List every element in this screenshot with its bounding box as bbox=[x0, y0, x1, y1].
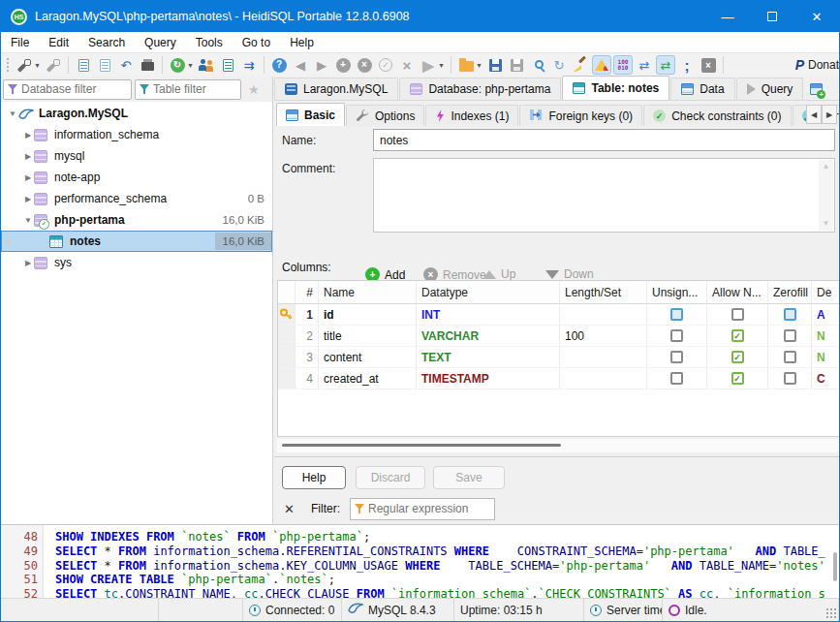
wrap-lines-icon[interactable]: ⇄ bbox=[635, 55, 654, 75]
menu-query[interactable]: Query bbox=[135, 32, 186, 52]
tree-item-Laragon.MySQL[interactable]: ▼Laragon.MySQL bbox=[1, 103, 272, 124]
tree-item-note-app[interactable]: ▶note-app bbox=[1, 167, 272, 188]
undo-icon[interactable]: ↶ bbox=[116, 55, 136, 75]
grid-header-name[interactable]: Name bbox=[319, 281, 417, 304]
allow-null-checkbox[interactable]: ✓ bbox=[731, 351, 744, 363]
warning-filter-icon[interactable] bbox=[592, 55, 611, 75]
new-query-tab-icon[interactable] bbox=[810, 83, 823, 95]
sql-log-scrollbar[interactable] bbox=[833, 552, 837, 581]
menu-edit[interactable]: Edit bbox=[39, 32, 78, 52]
reload-icon[interactable]: ↻ bbox=[549, 55, 569, 75]
menu-file[interactable]: File bbox=[1, 32, 39, 52]
table-name-input[interactable] bbox=[373, 129, 835, 151]
zerofill-checkbox[interactable] bbox=[784, 308, 796, 321]
tree-expander-icon[interactable]: ▶ bbox=[22, 195, 34, 203]
grid-cell[interactable] bbox=[560, 347, 647, 367]
columns-grid[interactable]: #NameDatatypeLength/SetUnsign...Allow N.… bbox=[277, 280, 839, 437]
save-button[interactable]: Save bbox=[433, 466, 505, 489]
grid-cell[interactable]: 2 bbox=[296, 326, 319, 346]
main-tab-database-php-pertama[interactable]: Database: php-pertama bbox=[399, 78, 561, 100]
search-icon[interactable] bbox=[528, 55, 547, 75]
binary-view-icon[interactable]: 100 010 bbox=[613, 55, 633, 75]
grid-cell[interactable]: TIMESTAMP bbox=[417, 368, 560, 389]
filter-field[interactable] bbox=[368, 502, 490, 515]
allow-null-checkbox[interactable]: ✓ bbox=[731, 329, 744, 342]
sub-tab-indexes-1-[interactable]: Indexes (1) bbox=[425, 105, 518, 126]
save-as-icon[interactable] bbox=[507, 55, 526, 75]
zerofill-checkbox[interactable] bbox=[784, 372, 796, 385]
sub-tab-check-constraints-0-[interactable]: ✓Check constraints (0) bbox=[643, 105, 791, 126]
open-file-icon-dropdown[interactable]: ▼ bbox=[476, 62, 483, 69]
grid-cell[interactable]: 4 bbox=[296, 368, 319, 389]
disconnect-icon[interactable] bbox=[44, 55, 63, 75]
move-up-button[interactable]: Up bbox=[482, 267, 515, 281]
tree-expander-icon[interactable]: ▶ bbox=[22, 259, 34, 267]
grid-cell[interactable]: TEXT bbox=[417, 347, 560, 367]
grid-cell[interactable]: created_at bbox=[319, 368, 417, 389]
unsigned-checkbox[interactable] bbox=[670, 308, 683, 321]
run-query-icon[interactable]: ▶ bbox=[419, 55, 438, 75]
tab-scroll-right-icon[interactable]: ▶ bbox=[822, 105, 837, 124]
help-button[interactable]: Help bbox=[282, 466, 346, 489]
column-row-created_at[interactable]: 4created_atTIMESTAMP✓C bbox=[278, 368, 839, 389]
minimize-button[interactable]: — bbox=[705, 1, 750, 32]
open-file-icon[interactable] bbox=[456, 55, 476, 75]
first-record-icon[interactable]: ◀ bbox=[291, 55, 310, 75]
save-icon[interactable] bbox=[485, 55, 505, 75]
paste-icon[interactable] bbox=[95, 55, 114, 75]
grid-header-zerofill[interactable]: Zerofill bbox=[768, 281, 812, 304]
menu-go-to[interactable]: Go to bbox=[233, 32, 280, 52]
filter-close-icon[interactable]: ✕ bbox=[284, 502, 299, 516]
grid-cell[interactable]: INT bbox=[417, 304, 560, 325]
grid-cell[interactable] bbox=[560, 304, 647, 325]
scroll-down-icon[interactable]: ▼ bbox=[819, 217, 833, 231]
database-filter-input[interactable] bbox=[3, 79, 132, 100]
tree-item-performance_schema[interactable]: ▶performance_schema0 B bbox=[1, 188, 272, 209]
user-manager-icon[interactable] bbox=[197, 55, 216, 75]
donate-button[interactable]: P Donat bbox=[795, 57, 839, 73]
scroll-up-icon[interactable]: ▲ bbox=[819, 160, 833, 173]
grid-hscrollbar-thumb[interactable] bbox=[282, 444, 561, 447]
grid-cell[interactable]: 3 bbox=[296, 347, 319, 367]
table-filter-field[interactable] bbox=[153, 82, 236, 96]
data-flow-icon[interactable]: ⇉ bbox=[239, 55, 259, 75]
tree-item-notes[interactable]: ★notes16,0 KiB bbox=[1, 231, 272, 252]
grid-cell[interactable]: A bbox=[812, 304, 839, 325]
zerofill-checkbox[interactable] bbox=[784, 351, 796, 363]
cancel-edit-icon[interactable]: × bbox=[355, 55, 374, 75]
post-edit-icon[interactable]: ✓ bbox=[376, 55, 395, 75]
tree-item-information_schema[interactable]: ▶information_schema bbox=[1, 124, 272, 145]
favorites-star-icon[interactable]: ★ bbox=[244, 82, 264, 97]
close-button[interactable]: ✕ bbox=[794, 1, 839, 32]
reformat-sql-icon[interactable]: ⇄ bbox=[656, 55, 675, 75]
maximize-button[interactable] bbox=[750, 1, 794, 32]
tree-expander-icon[interactable]: ▶ bbox=[22, 131, 34, 140]
grid-cell[interactable] bbox=[560, 368, 647, 389]
grid-header-allow-n-[interactable]: Allow N... bbox=[707, 281, 768, 304]
grid-header-de[interactable]: De bbox=[812, 281, 839, 304]
grid-cell[interactable]: title bbox=[319, 326, 417, 346]
main-tab-table-notes[interactable]: Table: notes bbox=[562, 76, 669, 100]
sub-tab-options[interactable]: Options bbox=[346, 105, 424, 126]
sub-tab-basic[interactable]: Basic bbox=[276, 103, 345, 126]
grid-header-unsign-[interactable]: Unsign... bbox=[647, 281, 707, 304]
last-record-icon[interactable]: ▶ bbox=[312, 55, 331, 75]
unsigned-checkbox[interactable] bbox=[670, 329, 683, 342]
table-filter-input[interactable] bbox=[135, 79, 241, 100]
run-query-icon-dropdown[interactable]: ▼ bbox=[438, 62, 446, 69]
semicolon-icon[interactable]: ; bbox=[677, 55, 697, 75]
grid-cell[interactable]: id bbox=[319, 304, 417, 325]
print-icon[interactable] bbox=[138, 55, 157, 75]
help-icon[interactable]: ? bbox=[269, 55, 289, 75]
tree-item-php-pertama[interactable]: ▼php-pertama16,0 KiB bbox=[1, 209, 272, 231]
grid-hscrollbar[interactable] bbox=[277, 439, 839, 452]
main-tab-query[interactable]: Query bbox=[736, 78, 804, 100]
grid-cell[interactable]: VARCHAR bbox=[417, 326, 560, 346]
grid-cell[interactable]: 100 bbox=[560, 326, 647, 346]
column-row-content[interactable]: 3contentTEXT✓N bbox=[278, 347, 839, 368]
zerofill-checkbox[interactable] bbox=[784, 329, 796, 342]
copy-icon[interactable] bbox=[74, 55, 93, 75]
menu-tools[interactable]: Tools bbox=[186, 32, 233, 52]
sub-tab-foreign-keys-0-[interactable]: Foreign keys (0) bbox=[519, 105, 642, 126]
tree-expander-icon[interactable]: ▼ bbox=[7, 109, 18, 118]
